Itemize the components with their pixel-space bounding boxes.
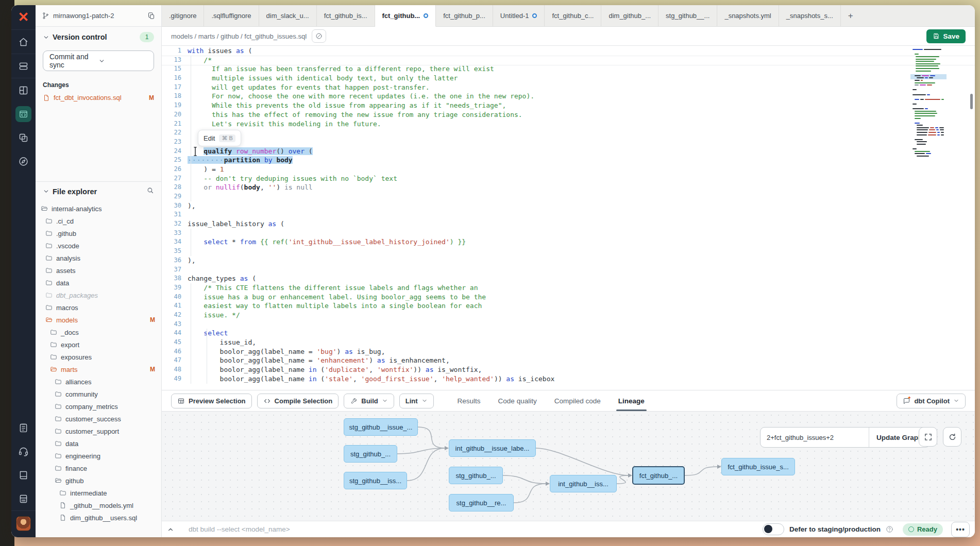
edit-popup-label[interactable]: Edit xyxy=(204,134,215,142)
command-input[interactable]: dbt build --select <model_name> xyxy=(189,525,757,533)
lineage-node[interactable]: int_github__iss... xyxy=(550,475,617,492)
compass-icon[interactable] xyxy=(11,149,36,173)
changed-file-row[interactable]: fct_dbt_invocations.sql M xyxy=(43,94,154,101)
editor-tab[interactable]: fct_github_c... xyxy=(545,5,601,26)
tree-item-folder[interactable]: analysis xyxy=(36,252,161,264)
tree-item-folder[interactable]: _docs xyxy=(36,326,161,338)
lineage-node[interactable]: fct_github_... xyxy=(632,466,685,485)
commit-and-sync-button[interactable]: Commit and sync xyxy=(43,50,154,71)
lineage-node[interactable]: fct_github_issue_s... xyxy=(721,458,795,475)
expand-command-bar-icon[interactable] xyxy=(167,526,174,533)
code-editor-icon[interactable] xyxy=(11,102,36,126)
home-icon[interactable] xyxy=(11,30,36,54)
new-tab-button[interactable]: + xyxy=(841,5,860,26)
tab-code-quality[interactable]: Code quality xyxy=(498,390,537,411)
code-editor[interactable]: 1131516171819202122232425262728293031323… xyxy=(162,46,975,390)
chevron-down-icon[interactable] xyxy=(43,188,49,195)
editor-tab[interactable]: fct_github... xyxy=(375,5,436,27)
folder-icon xyxy=(45,230,53,237)
tree-item-folder[interactable]: data xyxy=(36,437,161,450)
tree-item-folder[interactable]: modelsM xyxy=(36,314,161,326)
user-avatar[interactable] xyxy=(16,516,31,531)
scrollbar-thumb[interactable] xyxy=(970,94,973,109)
tree-item-folder[interactable]: assets xyxy=(36,264,161,277)
save-button[interactable]: Save xyxy=(926,29,966,43)
tree-item-folder[interactable]: intermediate xyxy=(36,487,161,499)
tab-lineage[interactable]: Lineage xyxy=(618,390,645,411)
editor-tab[interactable]: fct_github_is... xyxy=(317,5,375,26)
refresh-button[interactable] xyxy=(943,427,961,447)
tree-item-folder[interactable]: .vscode xyxy=(36,240,161,252)
tree-item-folder[interactable]: github xyxy=(36,474,161,487)
tree-item-folder[interactable]: .github xyxy=(36,227,161,240)
lineage-selector-group: 2+fct_github_issues+2 Update Graph xyxy=(760,427,930,448)
lint-button[interactable]: Lint xyxy=(399,394,434,408)
table-icon xyxy=(177,397,185,405)
copy-icon[interactable] xyxy=(147,12,155,20)
panel-icon[interactable] xyxy=(11,487,36,510)
docs-book-icon[interactable] xyxy=(11,463,36,487)
editor-tab[interactable]: dim_slack_u... xyxy=(259,5,317,26)
editor-tab[interactable]: .sqlfluffignore xyxy=(204,5,259,26)
chevron-down-icon[interactable] xyxy=(43,34,49,41)
lineage-node[interactable]: stg_github__issue_... xyxy=(344,418,418,436)
search-icon[interactable] xyxy=(146,186,154,196)
editor-tab[interactable]: dim_github_... xyxy=(601,5,658,26)
tree-item-folder[interactable]: dbt_packages xyxy=(36,289,161,301)
tree-item-file[interactable]: dim_github__users.sql xyxy=(36,511,161,524)
more-options-button[interactable]: ••• xyxy=(951,522,970,537)
editor-tab[interactable]: _snapshots.yml xyxy=(717,5,779,26)
editor-tab[interactable]: _snapshots_s... xyxy=(779,5,841,26)
line-number: 15 xyxy=(162,64,188,74)
build-button[interactable]: Build xyxy=(344,394,394,408)
editor-tab[interactable]: .gitignore xyxy=(162,5,204,26)
help-icon[interactable] xyxy=(886,525,893,533)
projects-drawer-icon[interactable] xyxy=(11,54,36,78)
tab-compiled-code[interactable]: Compiled code xyxy=(554,390,601,411)
tree-item-folder[interactable]: exposures xyxy=(36,351,161,363)
tree-item-folder[interactable]: martsM xyxy=(36,363,161,376)
dbt-logo-icon[interactable]: ✕ xyxy=(11,5,36,30)
tree-item-folder[interactable]: macros xyxy=(36,301,161,314)
tree-item-folder[interactable]: customer_success xyxy=(36,413,161,425)
indent-guide xyxy=(191,229,191,256)
tab-results[interactable]: Results xyxy=(458,390,481,411)
editor-tab[interactable]: fct_github_p... xyxy=(436,5,493,26)
tree-item-folder[interactable]: engineering xyxy=(36,450,161,462)
tree-item-label: data xyxy=(65,440,78,448)
tree-item-folder[interactable]: export xyxy=(36,338,161,351)
tree-item-folder[interactable]: .ci_cd xyxy=(36,215,161,227)
tree-item-folder[interactable]: data xyxy=(36,277,161,289)
lineage-node[interactable]: stg_github_... xyxy=(344,445,397,463)
lineage-node[interactable]: stg_github__re... xyxy=(449,494,514,511)
clipboard-icon[interactable] xyxy=(11,416,36,439)
tree-item-folder[interactable]: finance xyxy=(36,462,161,474)
lineage-node[interactable]: stg_github__iss... xyxy=(344,472,407,489)
fullscreen-button[interactable] xyxy=(919,427,937,447)
format-icon[interactable] xyxy=(312,29,326,43)
lineage-node[interactable]: int_github__issue_labe... xyxy=(449,439,536,457)
tree-item-folder[interactable]: company_metrics xyxy=(36,400,161,413)
lineage-selector-input[interactable]: 2+fct_github_issues+2 xyxy=(761,428,869,447)
chevron-down-icon xyxy=(382,398,388,404)
dbt-copilot-button[interactable]: ✦ dbt Copilot xyxy=(897,394,966,408)
tree-item-folder[interactable]: internal-analytics xyxy=(36,202,161,215)
tree-item-folder[interactable]: customer_support xyxy=(36,425,161,437)
defer-toggle[interactable] xyxy=(763,523,784,535)
edit-popup[interactable]: Edit ⌘ B xyxy=(198,130,241,146)
tree-item-file[interactable]: _github__models.yml xyxy=(36,499,161,511)
lineage-canvas[interactable]: 2+fct_github_issues+2 Update Graph stg_g… xyxy=(162,411,975,521)
code-line xyxy=(188,138,975,147)
compare-squares-icon[interactable] xyxy=(11,126,36,149)
editor-tab[interactable]: Untitled-1 xyxy=(493,5,545,26)
apps-grid-icon[interactable] xyxy=(11,78,36,102)
tree-item-folder[interactable]: alliances xyxy=(36,376,161,388)
compile-selection-button[interactable]: Compile Selection xyxy=(257,394,339,408)
preview-selection-button[interactable]: Preview Selection xyxy=(171,394,252,408)
tree-item-label: alliances xyxy=(65,378,92,386)
lineage-node[interactable]: stg_github_... xyxy=(449,467,503,484)
minimap[interactable] xyxy=(913,48,944,157)
headset-support-icon[interactable] xyxy=(11,439,36,463)
editor-tab[interactable]: stg_github__... xyxy=(658,5,717,26)
tree-item-folder[interactable]: community xyxy=(36,388,161,400)
